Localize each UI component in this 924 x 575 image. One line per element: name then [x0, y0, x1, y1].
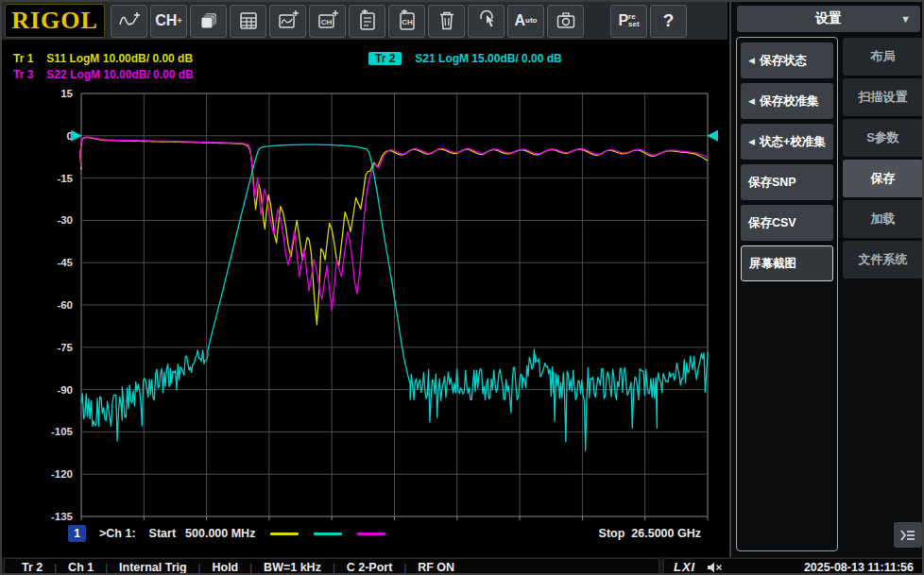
status-separator: |: [403, 562, 406, 573]
stop-frequency-group[interactable]: Stop 26.5000 GHz: [599, 527, 701, 540]
trace3-format: S22 LogM 10.00dB/ 0.00 dB: [46, 68, 193, 81]
y-axis-label: 15: [60, 88, 73, 99]
y-axis-label: -105: [51, 426, 74, 437]
status-item: RF ON: [418, 561, 454, 574]
tab-加载[interactable]: 加载: [843, 200, 923, 238]
submenu-arrow-icon: ◀: [748, 137, 755, 146]
trace2-id-badge[interactable]: Tr 2: [368, 52, 402, 65]
status-right: LXI 2025-08-13 11:11:56: [663, 558, 924, 575]
status-item: BW=1 kHz: [264, 561, 321, 574]
auto-icon: A: [515, 13, 526, 28]
ref-level-marker-left[interactable]: [71, 130, 82, 142]
status-separator: |: [333, 562, 335, 573]
y-axis-label: -60: [57, 299, 73, 311]
submenu-保存状态[interactable]: ◀保存状态: [741, 42, 833, 78]
trace-S22[interactable]: [80, 137, 708, 311]
vna-screen: RIGOL CH+CHCHAutoPreset? 150-15-30-45-60…: [0, 0, 924, 575]
trace1-format: S11 LogM 10.00dB/ 0.00 dB: [46, 52, 193, 65]
panel-tabs: 布局扫描设置S参数保存加载文件系统: [843, 38, 923, 279]
touch-button[interactable]: [468, 5, 505, 38]
trace2-swatch: [314, 533, 342, 535]
trace3-swatch: [357, 533, 385, 535]
start-label[interactable]: Start: [149, 527, 176, 540]
trace1-swatch: [270, 533, 299, 535]
channel-table-button[interactable]: [230, 5, 266, 38]
copy-channel-button[interactable]: CH: [388, 5, 425, 38]
rigol-logo: RIGOL: [5, 4, 105, 38]
tab-保存[interactable]: 保存: [843, 160, 923, 197]
trash-icon: [436, 9, 458, 32]
preset-button[interactable]: Preset: [610, 5, 647, 38]
svg-text:CH: CH: [320, 18, 332, 26]
new-trace-button[interactable]: [111, 5, 147, 38]
panel-title-dropdown[interactable]: 设置 ▼: [737, 6, 920, 32]
sparameter-plot[interactable]: 150-15-30-45-60-75-90-105-120-135: [2, 40, 727, 557]
submenu-状态+校准集[interactable]: ◀状态+校准集: [741, 124, 833, 160]
auto-scale-button[interactable]: Auto: [507, 5, 544, 38]
status-item: Tr 2: [22, 561, 43, 574]
window-trace-button[interactable]: [269, 5, 306, 38]
status-items: Tr 2|Ch 1|Internal Trig|Hold|BW=1 kHz|C …: [4, 558, 659, 575]
window-channel-button[interactable]: CH: [309, 5, 346, 38]
status-separator: |: [198, 562, 201, 573]
submenu-arrow-icon: ◀: [748, 56, 755, 65]
status-item: C 2-Port: [347, 561, 393, 574]
datetime: 2025-08-13 11:11:56: [804, 561, 914, 574]
status-item: Ch 1: [68, 561, 94, 574]
submenu-保存SNP[interactable]: 保存SNP: [741, 164, 833, 200]
side-panel: 设置 ▼ ◀保存状态◀保存校准集◀状态+校准集保存SNP保存CSV屏幕截图 布局…: [729, 2, 924, 557]
trace3-id[interactable]: Tr 3: [13, 68, 33, 81]
stop-label: Stop: [599, 527, 625, 540]
prompt-menu-icon: [899, 529, 916, 542]
tab-S参数[interactable]: S参数: [843, 119, 923, 157]
submenu-保存校准集[interactable]: ◀保存校准集: [741, 83, 833, 119]
touch-icon: [475, 9, 498, 32]
trace3-label[interactable]: Tr 3S22 LogM 10.00dB/ 0.00 dB: [13, 68, 194, 81]
tab-文件系统[interactable]: 文件系统: [843, 241, 923, 279]
toolbar-buttons: CH+CHCHAutoPreset?: [111, 5, 687, 38]
preset-icon: P: [618, 13, 628, 28]
stop-frequency: 26.5000 GHz: [631, 527, 701, 540]
status-separator: |: [249, 562, 252, 573]
help-button[interactable]: ?: [650, 5, 687, 38]
trace1-label[interactable]: Tr 1S11 LogM 10.00dB/ 0.00 dB: [13, 52, 193, 65]
delete-button[interactable]: [428, 5, 465, 38]
chevron-down-icon: ▼: [900, 13, 911, 25]
ref-level-marker-right[interactable]: [707, 130, 718, 142]
wave-plus-icon: [117, 9, 142, 32]
status-separator: |: [54, 562, 57, 573]
win-ch-icon: CH: [317, 9, 339, 32]
windows-button[interactable]: [190, 5, 227, 38]
status-bar: Tr 2|Ch 1|Internal Trig|Hold|BW=1 kHz|C …: [2, 557, 924, 575]
submenu-保存CSV[interactable]: 保存CSV: [741, 205, 833, 241]
tab-扫描设置[interactable]: 扫描设置: [843, 78, 923, 116]
status-item: Internal Trig: [119, 561, 187, 574]
copy-trace-button[interactable]: [349, 5, 385, 38]
submenu-arrow-icon: ◀: [748, 96, 755, 106]
tab-布局[interactable]: 布局: [843, 38, 923, 76]
y-axis-label: -135: [51, 511, 74, 522]
channel-number-badge[interactable]: 1: [68, 525, 86, 542]
channel-bar: 1 >Ch 1: Start 500.000 MHz Stop 26.5000 …: [68, 523, 709, 544]
status-item: Hold: [212, 561, 238, 574]
help-icon: ?: [663, 10, 675, 31]
y-axis-label: -90: [57, 384, 73, 396]
table-icon: [237, 9, 260, 32]
panel-expand-button[interactable]: [894, 522, 922, 548]
new-channel-button[interactable]: CH+: [150, 5, 187, 38]
trace2-format: S21 LogM 15.00dB/ 0.00 dB: [415, 52, 561, 65]
save-submenu: ◀保存状态◀保存校准集◀状态+校准集保存SNP保存CSV屏幕截图: [736, 37, 838, 551]
clip-ch-icon: CH: [396, 9, 419, 32]
speaker-muted-icon[interactable]: [707, 561, 723, 574]
channel-label: >Ch 1:: [99, 527, 136, 540]
layers-icon: [197, 9, 220, 32]
trace1-id[interactable]: Tr 1: [13, 52, 33, 65]
y-axis-label: -75: [57, 342, 73, 353]
svg-text:CH: CH: [402, 18, 413, 26]
camera-icon: [555, 9, 577, 32]
y-axis-label: -45: [57, 257, 73, 268]
submenu-屏幕截图[interactable]: 屏幕截图: [741, 245, 833, 281]
screenshot-button[interactable]: [547, 5, 584, 38]
trace2-label[interactable]: Tr 2S21 LogM 15.00dB/ 0.00 dB: [368, 52, 562, 65]
start-frequency[interactable]: 500.000 MHz: [185, 527, 255, 540]
